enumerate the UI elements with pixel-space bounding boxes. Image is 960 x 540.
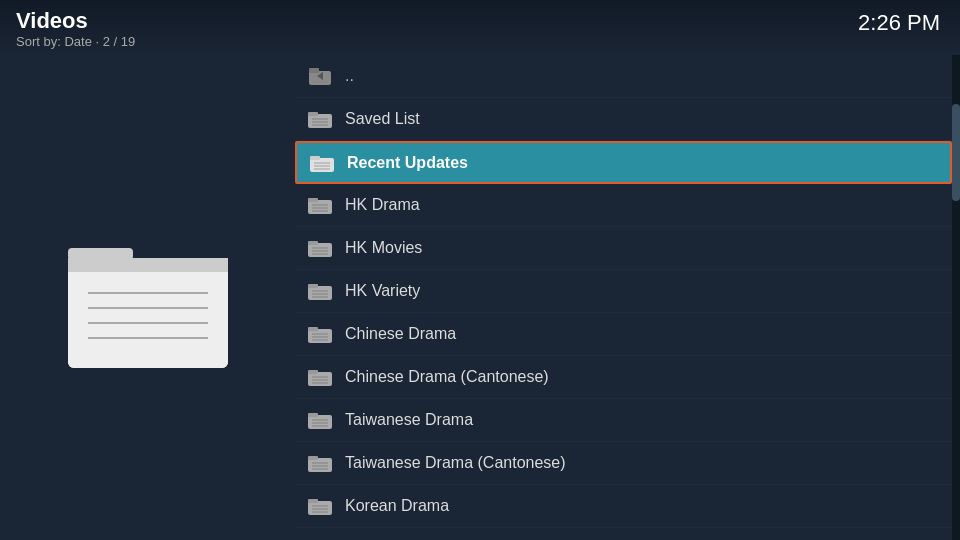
svg-rect-51 <box>308 458 332 472</box>
folder-icon <box>307 323 333 345</box>
svg-rect-11 <box>308 114 332 128</box>
folder-icon <box>307 108 333 130</box>
svg-rect-12 <box>308 112 318 116</box>
title-block: Videos Sort by: Date · 2 / 19 <box>16 8 135 49</box>
left-panel <box>0 55 295 540</box>
item-label-chinese-drama: Chinese Drama <box>345 325 456 343</box>
list-item-back[interactable]: .. <box>295 55 952 98</box>
folder-icon <box>309 152 335 174</box>
list-item-saved-list[interactable]: Saved List <box>295 98 952 141</box>
folder-icon <box>307 280 333 302</box>
svg-rect-41 <box>308 372 332 386</box>
svg-rect-36 <box>308 329 332 343</box>
svg-rect-46 <box>308 415 332 429</box>
scrollbar-track[interactable] <box>952 55 960 540</box>
svg-rect-3 <box>68 258 228 272</box>
svg-rect-42 <box>308 370 318 374</box>
list-item-taiwanese-drama[interactable]: Taiwanese Drama <box>295 399 952 442</box>
back-icon <box>307 65 333 87</box>
item-label-hk-variety: HK Variety <box>345 282 420 300</box>
svg-rect-22 <box>308 198 318 202</box>
item-label-taiwanese-drama-cantonese: Taiwanese Drama (Cantonese) <box>345 454 566 472</box>
svg-rect-21 <box>308 200 332 214</box>
item-label-korean-drama: Korean Drama <box>345 497 449 515</box>
item-label-recent-updates: Recent Updates <box>347 154 468 172</box>
svg-rect-32 <box>308 284 318 288</box>
folder-icon <box>307 366 333 388</box>
list-item-hk-drama[interactable]: HK Drama <box>295 184 952 227</box>
svg-rect-27 <box>308 241 318 245</box>
right-panel: .. Saved List Recent Updates HK Drama <box>295 55 952 540</box>
item-label-saved-list: Saved List <box>345 110 420 128</box>
sort-info: Sort by: Date · 2 / 19 <box>16 34 135 49</box>
folder-icon <box>307 409 333 431</box>
svg-rect-9 <box>309 68 319 73</box>
item-label-hk-movies: HK Movies <box>345 239 422 257</box>
svg-rect-52 <box>308 456 318 460</box>
svg-rect-2 <box>68 268 228 368</box>
list-item-korean-drama[interactable]: Korean Drama <box>295 485 952 528</box>
item-label-taiwanese-drama: Taiwanese Drama <box>345 411 473 429</box>
clock: 2:26 PM <box>858 10 940 36</box>
item-label-back: .. <box>345 67 354 85</box>
header: Videos Sort by: Date · 2 / 19 2:26 PM <box>0 0 960 55</box>
svg-rect-17 <box>310 156 320 160</box>
folder-icon <box>307 194 333 216</box>
item-label-hk-drama: HK Drama <box>345 196 420 214</box>
list-container: .. Saved List Recent Updates HK Drama <box>295 55 952 540</box>
svg-rect-37 <box>308 327 318 331</box>
list-item-taiwanese-drama-cantonese[interactable]: Taiwanese Drama (Cantonese) <box>295 442 952 485</box>
folder-icon <box>307 452 333 474</box>
list-item-hk-movies[interactable]: HK Movies <box>295 227 952 270</box>
large-folder-icon <box>58 218 238 378</box>
scrollbar-thumb[interactable] <box>952 104 960 201</box>
list-item-chinese-drama[interactable]: Chinese Drama <box>295 313 952 356</box>
page-title: Videos <box>16 8 135 34</box>
svg-rect-57 <box>308 499 318 503</box>
list-item-korean-drama-cantonese[interactable]: Korean Drama (Cantonese) <box>295 528 952 540</box>
svg-rect-31 <box>308 286 332 300</box>
folder-icon <box>307 495 333 517</box>
item-label-chinese-drama-cantonese: Chinese Drama (Cantonese) <box>345 368 549 386</box>
list-item-recent-updates[interactable]: Recent Updates <box>295 141 952 184</box>
list-item-chinese-drama-cantonese[interactable]: Chinese Drama (Cantonese) <box>295 356 952 399</box>
list-item-hk-variety[interactable]: HK Variety <box>295 270 952 313</box>
svg-rect-16 <box>310 158 334 172</box>
svg-rect-47 <box>308 413 318 417</box>
svg-rect-26 <box>308 243 332 257</box>
svg-rect-56 <box>308 501 332 515</box>
folder-icon <box>307 237 333 259</box>
